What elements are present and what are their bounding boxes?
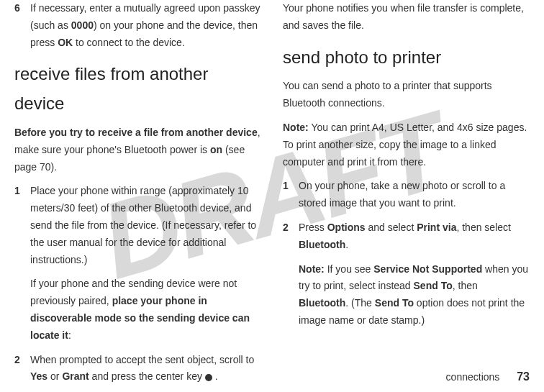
left-column: 6 If necessary, enter a mutually agreed … [14,0,261,392]
paragraph: You can send a photo to a printer that s… [283,78,530,112]
list-text: If necessary, enter a mutually agreed up… [30,0,261,51]
note-label: Note: [299,263,325,275]
heading-send-photo: send photo to printer [283,43,530,73]
list-number: 2 [14,352,30,386]
code-text: Send To [414,280,453,291]
text: If you see [325,263,373,275]
list-item: 2 When prompted to accept the sent objec… [14,352,261,386]
text: , then select [456,222,511,233]
text: or [47,370,62,382]
code-text: Options [327,222,366,233]
list-item: 1 Place your phone within range (approxi… [14,183,261,268]
code-text: Bluetooth [299,297,345,309]
text: . (The [345,297,374,309]
list-text: Press Options and select Print via, then… [299,219,530,254]
center-key-icon [205,374,212,381]
code-text: Print via [417,222,456,233]
note-paragraph: Note: You can print A4, US Letter, and 4… [283,119,530,170]
page-number: 73 [517,370,530,383]
list-text: On your phone, take a new photo or scrol… [299,178,530,212]
indented-paragraph: If your phone and the sending device wer… [30,275,261,344]
code-text: OK [58,37,73,48]
two-column-layout: 6 If necessary, enter a mutually agreed … [14,0,530,392]
paragraph: Before you try to receive a file from an… [14,124,261,176]
right-column: Your phone notifies you when file transf… [283,0,530,392]
text: Press [299,222,327,233]
list-number: 6 [14,0,30,51]
heading-receive-files: receive files from another device [14,60,261,119]
section-name: connections [446,371,500,383]
indented-note: Note: If you see Service Not Supported w… [299,261,530,329]
code-text: Bluetooth [299,239,345,250]
list-item: 1 On your phone, take a new photo or scr… [283,178,530,212]
text: When prompted to accept the sent object,… [30,354,254,365]
code-text: Yes [30,370,47,382]
list-number: 1 [283,178,299,212]
code-text: Grant [62,370,89,382]
text: : [68,329,71,341]
code-text: Send To [375,297,414,309]
text: to connect to the device. [73,37,185,48]
code-text: 0000 [71,19,94,31]
list-number: 2 [283,219,299,254]
list-item: 6 If necessary, enter a mutually agreed … [14,0,261,51]
text: and press the center key [89,370,205,382]
list-number: 1 [14,183,30,268]
list-item: 2 Press Options and select Print via, th… [283,219,530,254]
note-label: Note: [283,122,309,133]
text: and select [366,222,417,233]
bold-text: Before you try to receive a file from an… [14,127,258,138]
code-text: Service Not Supported [373,263,482,275]
page-footer: connections 73 [446,367,530,386]
bold-text: on [210,144,222,155]
list-text: When prompted to accept the sent object,… [30,352,261,386]
text: . [345,239,348,250]
text: You can print A4, US Letter, and 4x6 siz… [283,122,527,168]
paragraph: Your phone notifies you when file transf… [283,0,530,35]
text: , then [453,280,478,291]
text: . [212,370,218,382]
list-text: Place your phone within range (approxima… [30,183,261,268]
